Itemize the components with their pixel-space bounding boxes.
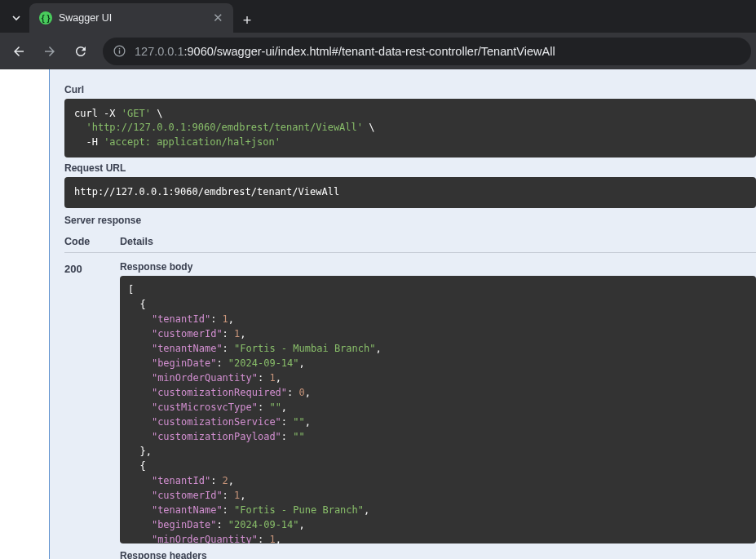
svg-rect-2 [119, 48, 120, 49]
arrow-right-icon [42, 44, 57, 59]
response-body-block: [ { "tenantId": 1, "customerId": 1, "ten… [120, 276, 756, 543]
swagger-operation-panel: Curl curl -X 'GET' \ 'http://127.0.0.1:9… [49, 69, 756, 559]
browser-tab[interactable]: { } Swagger UI ✕ [29, 3, 233, 33]
server-response-label: Server response [64, 215, 756, 226]
reload-button[interactable] [67, 38, 95, 65]
url-text: 127.0.0.1:9060/swagger-ui/index.html#/te… [135, 45, 555, 58]
swagger-favicon: { } [39, 11, 52, 24]
response-body-label: Response body [120, 261, 756, 273]
response-headers-label: Response headers [120, 550, 756, 559]
browser-chrome: { } Swagger UI ✕ + 127.0.0.1:9060/swagge… [0, 0, 756, 69]
details-column-header: Details [120, 236, 153, 247]
svg-rect-1 [119, 50, 120, 53]
request-url-block: http://127.0.0.1:9060/emdbrest/tenant/Vi… [64, 177, 756, 207]
page-content: Curl curl -X 'GET' \ 'http://127.0.0.1:9… [0, 69, 756, 559]
response-row: 200 Response body [ { "tenantId": 1, "cu… [64, 253, 756, 559]
tab-strip: { } Swagger UI ✕ + [0, 0, 756, 33]
reload-icon [73, 44, 88, 59]
chevron-down-icon [11, 13, 21, 23]
new-tab-button[interactable]: + [233, 12, 261, 33]
request-url-label: Request URL [64, 162, 756, 174]
close-icon[interactable]: ✕ [210, 11, 225, 25]
forward-button[interactable] [36, 38, 64, 65]
code-column-header: Code [64, 236, 120, 247]
curl-label: Curl [64, 84, 756, 95]
tab-search-dropdown[interactable] [5, 3, 28, 33]
curl-block: curl -X 'GET' \ 'http://127.0.0.1:9060/e… [64, 99, 756, 157]
status-code: 200 [64, 261, 120, 559]
response-details: Response body [ { "tenantId": 1, "custom… [120, 261, 756, 559]
tab-title: Swagger UI [59, 12, 204, 24]
response-table-header: Code Details [64, 231, 756, 253]
address-bar[interactable]: 127.0.0.1:9060/swagger-ui/index.html#/te… [103, 38, 751, 65]
arrow-left-icon [11, 44, 26, 59]
back-button[interactable] [5, 38, 33, 65]
toolbar: 127.0.0.1:9060/swagger-ui/index.html#/te… [0, 33, 756, 69]
site-info-icon[interactable] [113, 44, 126, 58]
